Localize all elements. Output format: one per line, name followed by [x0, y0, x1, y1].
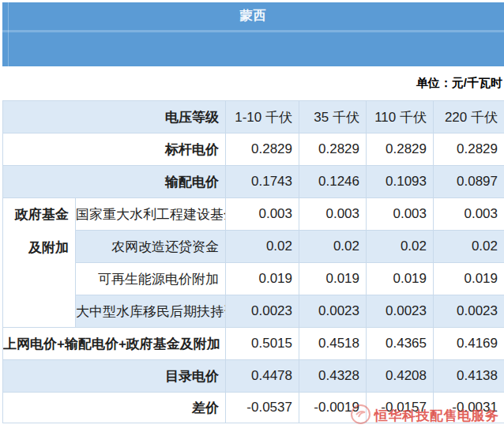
voltage-row-label: 电压等级: [3, 101, 226, 133]
value-cell: 0.02: [434, 231, 504, 263]
value-cell: 0.003: [367, 198, 434, 231]
value-cell: 0.4169: [434, 328, 504, 360]
value-cell: 0.019: [299, 263, 367, 295]
voltage-header-row: 电压等级 1-10 千伏 35 千伏 110 千伏 220 千伏: [3, 101, 504, 133]
fund-subrow-label: 农网改造还贷资金: [76, 231, 226, 263]
diff-value-cell: -0.0019: [299, 393, 367, 423]
value-cell: 0.4138: [434, 360, 504, 393]
row-label: 目录电价: [3, 360, 226, 393]
diff-price-row: 差价 -0.0537 -0.0019 -0.0157 -0.0031: [3, 393, 504, 423]
column-header: 220 千伏: [434, 101, 504, 133]
value-cell: 0.1743: [226, 166, 299, 198]
fund-subrow: 农网改造还贷资金 0.02 0.02 0.02 0.02: [3, 231, 504, 263]
fund-subrow-label: 大中型水库移民后期扶持资金: [76, 295, 226, 328]
price-table: 电压等级 1-10 千伏 35 千伏 110 千伏 220 千伏 标杆电价 0.…: [2, 100, 504, 423]
column-header: 35 千伏: [299, 101, 367, 133]
transmission-price-row: 输配电价 0.1743 0.1246 0.1093 0.0897: [3, 166, 504, 198]
column-header: 110 千伏: [367, 101, 434, 133]
fund-section-label: 政府基金 及附加: [3, 198, 76, 328]
value-cell: 0.2829: [367, 133, 434, 166]
value-cell: 0.02: [299, 231, 367, 263]
fund-subrow: 大中型水库移民后期扶持资金 0.0023 0.0023 0.0023 0.002…: [3, 295, 504, 328]
value-cell: 0.0897: [434, 166, 504, 198]
table-header-band: 蒙西: [2, 2, 504, 66]
fund-label-line2: 及附加: [3, 231, 69, 265]
diff-value-cell: -0.0031: [434, 393, 504, 423]
value-cell: 0.02: [226, 231, 299, 263]
value-cell: 0.2829: [299, 133, 367, 166]
value-cell: 0.1093: [367, 166, 434, 198]
fund-subrow-label: 可再生能源电价附加: [76, 263, 226, 295]
value-cell: 0.4365: [367, 328, 434, 360]
benchmark-price-row: 标杆电价 0.2829 0.2829 0.2829 0.2829: [3, 133, 504, 166]
fund-label-line1: 政府基金: [3, 198, 69, 231]
value-cell: 0.0023: [226, 295, 299, 328]
diff-value-cell: -0.0157: [367, 393, 434, 423]
value-cell: 0.0023: [367, 295, 434, 328]
value-cell: 0.4518: [299, 328, 367, 360]
value-cell: 0.019: [226, 263, 299, 295]
unit-row: 单位：元/千瓦时: [2, 66, 504, 100]
column-header: 1-10 千伏: [226, 101, 299, 133]
value-cell: 0.02: [367, 231, 434, 263]
value-cell: 0.1246: [299, 166, 367, 198]
fund-subrow-label: 国家重大水利工程建设基金: [76, 198, 226, 231]
row-label: 标杆电价: [3, 133, 226, 166]
value-cell: 0.003: [434, 198, 504, 231]
value-cell: 0.003: [226, 198, 299, 231]
value-cell: 0.019: [434, 263, 504, 295]
fund-subrow: 政府基金 及附加 国家重大水利工程建设基金 0.003 0.003 0.003 …: [3, 198, 504, 231]
value-cell: 0.4328: [299, 360, 367, 393]
value-cell: 0.2829: [226, 133, 299, 166]
row-label: 上网电价+输配电价+政府基金及附加: [3, 328, 226, 360]
row-label: 输配电价: [3, 166, 226, 198]
catalog-price-row: 目录电价 0.4478 0.4328 0.4208 0.4138: [3, 360, 504, 393]
value-cell: 0.0023: [299, 295, 367, 328]
diff-value-cell: -0.0537: [226, 393, 299, 423]
value-cell: 0.003: [299, 198, 367, 231]
region-title-bar: 蒙西: [2, 2, 504, 30]
value-cell: 0.2829: [434, 133, 504, 166]
value-cell: 0.0023: [434, 295, 504, 328]
page: { "header": { "region": "蒙西", "unit": "单…: [0, 0, 504, 436]
blue-band: [2, 32, 504, 66]
unit-label: 单位：元/千瓦时: [416, 76, 502, 91]
value-cell: 0.5015: [226, 328, 299, 360]
value-cell: 0.019: [367, 263, 434, 295]
total-price-row: 上网电价+输配电价+政府基金及附加 0.5015 0.4518 0.4365 0…: [3, 328, 504, 360]
price-sheet: 蒙西 单位：元/千瓦时 电压等级 1-10 千伏 35 千伏 110 千伏 22…: [2, 2, 504, 423]
region-title: 蒙西: [240, 8, 267, 24]
value-cell: 0.4478: [226, 360, 299, 393]
header-gridline: [8, 2, 9, 66]
row-label: 差价: [3, 393, 226, 423]
fund-subrow: 可再生能源电价附加 0.019 0.019 0.019 0.019: [3, 263, 504, 295]
value-cell: 0.4208: [367, 360, 434, 393]
